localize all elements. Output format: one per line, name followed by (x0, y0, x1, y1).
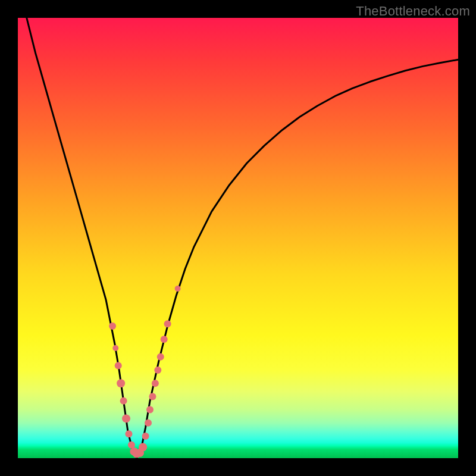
chart-svg (18, 18, 458, 458)
data-marker (117, 379, 125, 387)
data-marker (125, 430, 132, 437)
plot-area (18, 18, 458, 458)
data-marker (142, 433, 149, 440)
data-marker (175, 286, 181, 292)
bottleneck-curve (27, 18, 458, 458)
watermark-text: TheBottleneck.com (356, 4, 470, 19)
data-marker (164, 320, 171, 327)
data-marker (145, 419, 152, 427)
data-marker (161, 336, 168, 343)
data-marker (109, 322, 116, 330)
data-marker (120, 397, 127, 405)
chart-frame: TheBottleneck.com (0, 0, 476, 476)
data-marker (157, 353, 164, 361)
data-marker (115, 362, 122, 369)
data-marker (112, 345, 118, 351)
data-marker (152, 380, 159, 387)
data-marker (149, 393, 156, 400)
data-marker (139, 443, 147, 452)
data-marker (146, 406, 154, 414)
data-marker (154, 367, 161, 374)
data-marker (122, 414, 130, 422)
